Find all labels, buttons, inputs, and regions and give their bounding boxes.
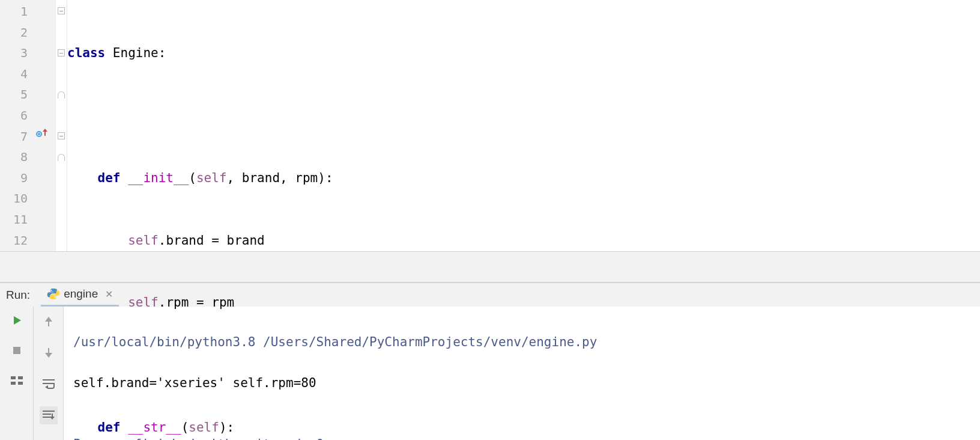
svg-rect-2 [18,376,23,379]
svg-rect-5 [48,321,49,326]
keyword-class: class [67,46,105,60]
fold-end-icon [58,154,65,161]
svg-rect-4 [18,382,23,385]
svg-rect-11 [43,417,51,418]
line-number[interactable]: 5 [0,84,34,105]
line-number[interactable]: 12 [0,230,34,251]
run-tab-name: engine [64,287,98,301]
line-number[interactable]: 6 [0,105,34,126]
line-number[interactable]: 7 [0,126,34,147]
editor-area: 1 2 3 4 5 6 7 8 9 10 11 12 class Engine:… [0,0,980,251]
line-number[interactable]: 4 [0,64,34,85]
svg-rect-7 [43,379,55,380]
svg-rect-0 [13,347,20,354]
fold-end-icon [58,91,65,99]
layout-button[interactable] [8,371,26,390]
run-toolbar-secondary [34,307,64,440]
self-ref: self [128,233,159,248]
close-tab-icon[interactable]: ✕ [101,289,113,300]
line-number[interactable]: 1 [0,1,34,22]
svg-rect-8 [43,383,55,384]
svg-rect-9 [43,411,55,412]
svg-rect-10 [43,414,51,415]
fold-column [55,0,67,251]
stop-button[interactable] [8,341,26,359]
run-tool-body: /usr/local/bin/python3.8 /Users/Shared/P… [0,307,980,440]
line-number-gutter: 1 2 3 4 5 6 7 8 9 10 11 12 [0,0,34,251]
scroll-down-icon[interactable] [40,344,58,362]
rerun-button[interactable] [8,311,26,329]
override-marker-icon[interactable] [36,129,53,141]
svg-rect-1 [11,376,16,379]
keyword-def: def [98,171,121,185]
svg-rect-6 [48,348,49,353]
class-name: Engine: [105,46,166,60]
scroll-up-icon[interactable] [40,313,58,331]
gutter-markers [34,0,55,251]
fold-toggle-icon[interactable] [58,132,65,139]
line-number[interactable]: 9 [0,168,34,189]
fold-toggle-icon[interactable] [58,7,65,14]
code-editor[interactable]: class Engine: def __init__(self, brand, … [67,0,980,251]
run-label: Run: [0,289,41,302]
line-number[interactable]: 2 [0,22,34,43]
python-file-icon [47,287,60,301]
soft-wrap-icon[interactable] [40,375,58,393]
dunder-init: __init__ [121,171,189,185]
line-number[interactable]: 8 [0,147,34,168]
line-number[interactable]: 11 [0,209,34,230]
line-number[interactable]: 10 [0,188,34,209]
run-tab[interactable]: engine ✕ [41,283,119,307]
self-param: self [196,171,227,185]
fold-toggle-icon[interactable] [58,49,65,57]
console-exit-line: Process finished with exit code 0 [73,434,970,440]
line-number[interactable]: 3 [0,43,34,64]
scroll-to-end-icon[interactable] [40,406,58,424]
run-toolbar-primary [0,307,34,440]
console-output[interactable]: /usr/local/bin/python3.8 /Users/Shared/P… [64,307,980,440]
svg-rect-3 [11,382,16,385]
console-stdout: self.brand='xseries' self.rpm=80 [73,373,970,393]
console-command-line: /usr/local/bin/python3.8 /Users/Shared/P… [73,332,970,352]
